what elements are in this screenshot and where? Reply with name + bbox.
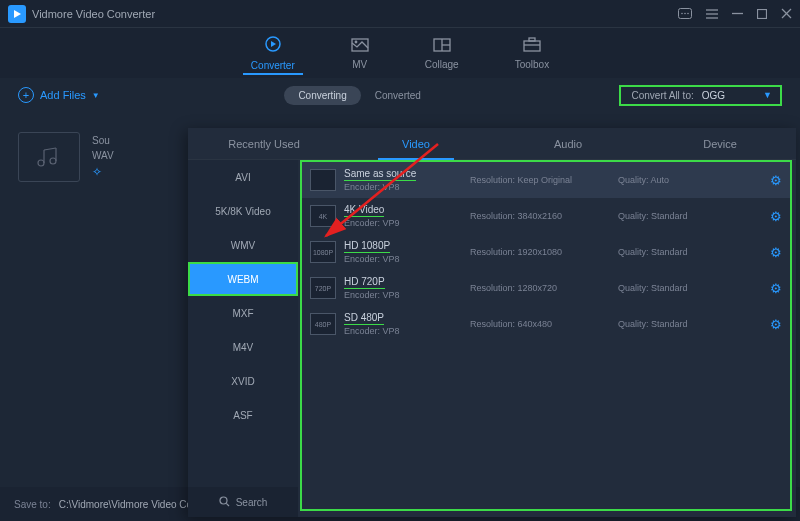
maximize-button[interactable] [757, 9, 767, 19]
svg-marker-13 [271, 41, 276, 47]
gear-icon[interactable]: ⚙ [770, 317, 782, 332]
nav-converter[interactable]: Converter [243, 31, 303, 75]
preset-1080p[interactable]: 1080P HD 1080P Encoder: VP8 Resolution: … [302, 234, 790, 270]
format-sidebar: AVI 5K/8K Video WMV WEBM MXF M4V XVID AS… [188, 160, 298, 517]
svg-point-2 [681, 13, 683, 15]
toolbox-icon [523, 37, 541, 57]
popup-tab-device[interactable]: Device [644, 128, 796, 159]
chevron-down-icon: ▼ [92, 91, 100, 100]
sidebar-item-xvid[interactable]: XVID [188, 364, 298, 398]
convert-all-to-dropdown[interactable]: Convert All to: OGG ▼ [619, 85, 782, 106]
popup-tab-audio[interactable]: Audio [492, 128, 644, 159]
action-bar: + Add Files ▼ Converting Converted Conve… [0, 78, 800, 112]
svg-point-22 [38, 160, 44, 166]
app-logo [8, 5, 26, 23]
mv-icon [351, 37, 369, 57]
nav-mv[interactable]: MV [343, 33, 377, 74]
converter-icon [264, 35, 282, 58]
sidebar-item-asf[interactable]: ASF [188, 398, 298, 432]
svg-rect-19 [524, 41, 540, 51]
sidebar-item-avi[interactable]: AVI [188, 160, 298, 194]
gear-icon[interactable]: ⚙ [770, 245, 782, 260]
sidebar-item-m4v[interactable]: M4V [188, 330, 298, 364]
chevron-down-icon: ▼ [763, 90, 772, 100]
svg-rect-20 [529, 38, 535, 41]
popup-tab-video[interactable]: Video [340, 128, 492, 159]
svg-rect-9 [758, 9, 767, 18]
svg-point-23 [50, 158, 56, 164]
preset-list: Same as source Encoder: VP8 Resolution: … [300, 160, 792, 511]
sidebar-search[interactable]: Search [188, 487, 298, 517]
gear-icon[interactable]: ⚙ [770, 173, 782, 188]
minimize-button[interactable] [732, 8, 743, 19]
collage-icon [433, 37, 451, 57]
content-area: Sou WAV ✧ Recently Used Video Audio Devi… [0, 112, 800, 487]
sidebar-item-wmv[interactable]: WMV [188, 228, 298, 262]
tab-converting[interactable]: Converting [284, 86, 360, 105]
tab-converted[interactable]: Converted [361, 86, 435, 105]
nav-toolbox[interactable]: Toolbox [507, 33, 557, 74]
sidebar-item-5k8k[interactable]: 5K/8K Video [188, 194, 298, 228]
plus-icon: + [18, 87, 34, 103]
svg-line-26 [44, 148, 56, 150]
search-icon [219, 496, 230, 509]
svg-point-4 [687, 13, 689, 15]
preset-icon: 4K [310, 205, 336, 227]
file-row: Sou WAV ✧ [18, 132, 114, 182]
svg-line-30 [226, 503, 229, 506]
preset-480p[interactable]: 480P SD 480P Encoder: VP8 Resolution: 64… [302, 306, 790, 342]
audio-thumbnail [18, 132, 80, 182]
preset-720p[interactable]: 720P HD 720P Encoder: VP8 Resolution: 12… [302, 270, 790, 306]
menu-icon[interactable] [706, 9, 718, 19]
preset-icon: 720P [310, 277, 336, 299]
svg-point-3 [684, 13, 686, 15]
preset-icon: 480P [310, 313, 336, 335]
top-nav: Converter MV Collage Toolbox [0, 28, 800, 78]
format-label: WAV [92, 150, 114, 161]
source-label: Sou [92, 135, 114, 146]
sidebar-item-webm[interactable]: WEBM [188, 262, 298, 296]
popup-tab-recent[interactable]: Recently Used [188, 128, 340, 159]
gear-icon[interactable]: ⚙ [770, 281, 782, 296]
svg-point-15 [354, 40, 357, 43]
sidebar-item-mxf[interactable]: MXF [188, 296, 298, 330]
preset-4k[interactable]: 4K 4K Video Encoder: VP9 Resolution: 384… [302, 198, 790, 234]
nav-collage[interactable]: Collage [417, 33, 467, 74]
preset-icon: 1080P [310, 241, 336, 263]
preset-icon [310, 169, 336, 191]
edit-icon[interactable]: ✧ [92, 165, 102, 179]
format-popup: Recently Used Video Audio Device AVI 5K/… [188, 128, 796, 517]
gear-icon[interactable]: ⚙ [770, 209, 782, 224]
add-files-button[interactable]: + Add Files ▼ [18, 87, 100, 103]
close-button[interactable] [781, 8, 792, 19]
titlebar: Vidmore Video Converter [0, 0, 800, 28]
svg-marker-0 [14, 10, 21, 18]
preset-same-as-source[interactable]: Same as source Encoder: VP8 Resolution: … [302, 162, 790, 198]
feedback-icon[interactable] [678, 8, 692, 19]
app-title: Vidmore Video Converter [32, 8, 155, 20]
save-to-label: Save to: [14, 499, 51, 510]
svg-point-29 [220, 497, 227, 504]
